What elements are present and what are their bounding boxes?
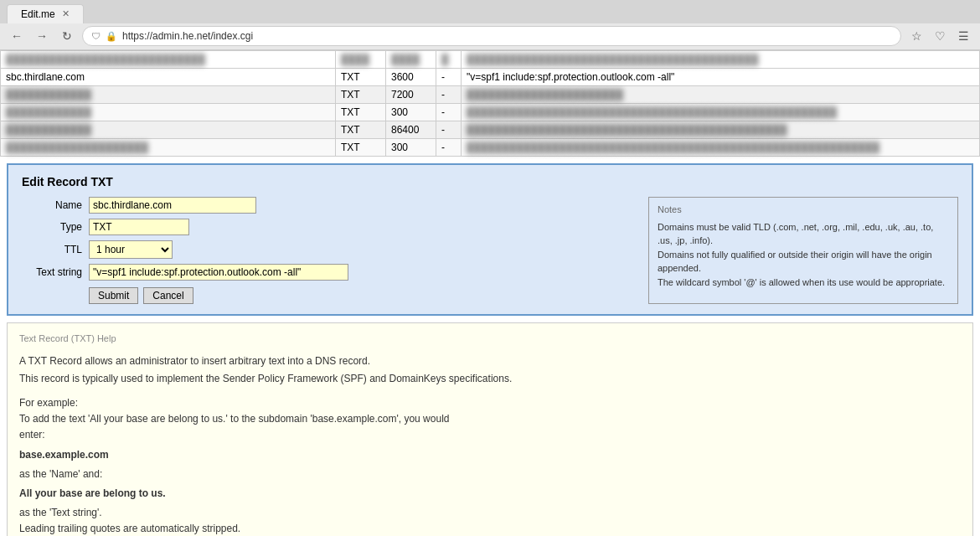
help-example-name-text: base.example.com <box>19 449 109 461</box>
cell-type: TXT <box>336 69 386 86</box>
cell-ttl: 7200 <box>386 86 436 104</box>
cell-name: ████████████████████ <box>1 139 336 157</box>
cell-ttl: 300 <box>386 104 436 121</box>
table-row: ████████████ TXT 7200 - ████████████████… <box>1 86 980 104</box>
cell-priority: - <box>436 139 462 157</box>
type-label: Type <box>22 221 89 233</box>
form-fields: Name Type TTL 5 minutes 15 minutes 30 mi… <box>22 197 632 304</box>
help-para3: For example: <box>19 395 961 411</box>
cell-type: TXT <box>336 104 386 121</box>
nav-bar: ← → ↻ 🛡 🔒 https://admin.he.net/index.cgi… <box>0 23 980 49</box>
cell-priority: █ <box>436 51 462 69</box>
notes-title: Notes <box>658 203 949 217</box>
cell-ttl: ████ <box>386 51 436 69</box>
cell-name: ████████████████████████████ <box>1 51 336 69</box>
cell-priority: - <box>436 86 462 104</box>
edit-record-title: Edit Record TXT <box>22 175 958 188</box>
help-para4: To add the text 'All your base are belon… <box>19 411 961 427</box>
table-row: sbc.thirdlane.com TXT 3600 - "v=spf1 inc… <box>1 69 980 86</box>
cell-name: ████████████ <box>1 86 336 104</box>
edit-record-form: Edit Record TXT Name Type TTL 5 minutes <box>7 163 973 316</box>
form-buttons: Submit Cancel <box>22 287 632 304</box>
cell-type: TXT <box>336 121 386 139</box>
help-para1-text: A TXT Record allows an administrator to … <box>19 355 370 367</box>
type-input[interactable] <box>89 219 189 235</box>
help-para7: as the 'Text string'. <box>19 505 961 521</box>
table-row: ████████████ TXT 300 - █████████████████… <box>1 104 980 121</box>
help-para2-text: This record is typically used to impleme… <box>19 373 512 384</box>
cell-priority: - <box>436 121 462 139</box>
text-string-input[interactable] <box>89 264 348 281</box>
help-para5: enter: <box>19 427 961 443</box>
table-row: ████████████████████████████ ████ ████ █… <box>1 51 980 69</box>
notes-line3: The wildcard symbol '@' is allowed when … <box>658 276 949 290</box>
notes-box: Notes Domains must be valid TLD (.com, .… <box>648 197 958 304</box>
help-para1: A TXT Record allows an administrator to … <box>19 353 961 369</box>
help-para4-text: To add the text 'All your base are belon… <box>19 413 449 425</box>
cell-ttl: 300 <box>386 139 436 157</box>
help-para7-text: as the 'Text string'. <box>19 507 102 518</box>
help-para8-text: Leading trailing quotes are automaticall… <box>19 523 240 534</box>
form-row-type: Type <box>22 219 632 235</box>
help-para5-text: enter: <box>19 429 45 441</box>
cell-priority: - <box>436 104 462 121</box>
cell-ttl: 3600 <box>386 69 436 86</box>
cell-value: ██████████████████████ <box>462 86 980 104</box>
cell-type: TXT <box>336 86 386 104</box>
help-example-name: base.example.com <box>19 447 961 463</box>
reload-button[interactable]: ↻ <box>57 26 77 46</box>
help-title: Text Record (TXT) Help <box>19 332 961 347</box>
help-para3-text: For example: <box>19 397 78 409</box>
tab-close-icon[interactable]: ✕ <box>62 8 70 19</box>
cell-name: ████████████ <box>1 121 336 139</box>
cell-name: sbc.thirdlane.com <box>1 69 336 86</box>
favorites-button[interactable]: ♡ <box>930 26 950 46</box>
cell-priority: - <box>436 69 462 86</box>
menu-button[interactable]: ☰ <box>953 26 973 46</box>
cell-ttl: 86400 <box>386 121 436 139</box>
cell-name: ████████████ <box>1 104 336 121</box>
tab-label: Edit.me <box>21 8 55 20</box>
help-para2: This record is typically used to impleme… <box>19 371 961 387</box>
url-text: https://admin.he.net/index.cgi <box>122 30 253 42</box>
cell-value: ████████████████████████████████████████… <box>462 104 980 121</box>
cancel-button[interactable]: Cancel <box>143 287 193 304</box>
shield-icon: 🛡 <box>91 31 101 41</box>
cell-type: ████ <box>336 51 386 69</box>
table-row: ████████████████████ TXT 300 - █████████… <box>1 139 980 157</box>
notes-line2: Domains not fully qualified or outside t… <box>658 248 949 276</box>
bookmark-button[interactable]: ☆ <box>906 26 926 46</box>
page-content: ████████████████████████████ ████ ████ █… <box>0 50 980 536</box>
ttl-label: TTL <box>22 244 89 255</box>
help-section: Text Record (TXT) Help A TXT Record allo… <box>7 322 973 536</box>
form-row-name: Name <box>22 197 632 214</box>
cell-value: ████████████████████████████████████████… <box>462 139 980 157</box>
back-button[interactable]: ← <box>7 26 27 46</box>
cell-value: "v=spf1 include:spf.protection.outlook.c… <box>462 69 980 86</box>
help-example-text: All your base are belong to us. <box>19 486 961 502</box>
browser-chrome: Edit.me ✕ ← → ↻ 🛡 🔒 https://admin.he.net… <box>0 0 980 50</box>
address-bar[interactable]: 🛡 🔒 https://admin.he.net/index.cgi <box>82 26 901 46</box>
notes-line1: Domains must be valid TLD (.com, .net, .… <box>658 220 949 248</box>
help-para6-text: as the 'Name' and: <box>19 468 102 480</box>
form-row-text-string: Text string <box>22 264 632 281</box>
forward-button[interactable]: → <box>32 26 52 46</box>
name-label: Name <box>22 199 89 211</box>
cell-value: ████████████████████████████████████████… <box>462 121 980 139</box>
cell-value: ████████████████████████████████████████… <box>462 51 980 69</box>
text-string-label: Text string <box>22 266 89 278</box>
browser-tab[interactable]: Edit.me ✕ <box>7 4 84 23</box>
lock-icon: 🔒 <box>106 31 117 42</box>
form-row-ttl: TTL 5 minutes 15 minutes 30 minutes 1 ho… <box>22 240 632 259</box>
cell-type: TXT <box>336 139 386 157</box>
submit-button[interactable]: Submit <box>89 287 138 304</box>
nav-actions: ☆ ♡ ☰ <box>906 26 973 46</box>
help-para8: Leading trailing quotes are automaticall… <box>19 521 961 536</box>
help-example-text-value: All your base are belong to us. <box>19 487 166 499</box>
ttl-select[interactable]: 5 minutes 15 minutes 30 minutes 1 hour 2… <box>89 240 173 259</box>
name-input[interactable] <box>89 197 256 214</box>
help-para6: as the 'Name' and: <box>19 466 961 482</box>
dns-table: ████████████████████████████ ████ ████ █… <box>0 50 980 157</box>
form-layout: Name Type TTL 5 minutes 15 minutes 30 mi… <box>22 197 958 304</box>
tab-bar: Edit.me ✕ <box>0 0 980 23</box>
